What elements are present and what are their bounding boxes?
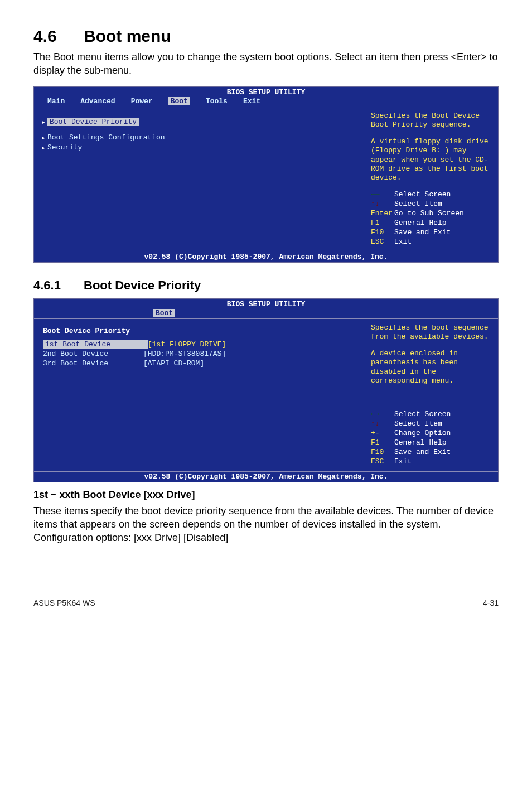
- submenu-arrow-icon: ▸: [40, 118, 47, 127]
- option-heading: 1st ~ xxth Boot Device [xxx Drive]: [33, 489, 499, 501]
- tab-boot[interactable]: Boot: [153, 309, 175, 317]
- key-symbol: F10: [371, 448, 394, 457]
- key-action: Exit: [394, 457, 412, 466]
- submenu-arrow-icon: ▸: [40, 133, 47, 142]
- bios-help-pane: Specifies the Boot Device Boot Priority …: [365, 107, 498, 252]
- bios-title: BIOS SETUP UTILITY: [34, 299, 498, 309]
- key-symbol: ESC: [371, 238, 394, 247]
- subsection-number: 4.6.1: [33, 278, 84, 293]
- menu-item-boot-device-priority[interactable]: ▸ Boot Device Priority: [40, 117, 357, 127]
- boot-device-value: [ATAPI CD-ROM]: [143, 359, 204, 368]
- option-paragraph: These items specify the boot device prio…: [33, 504, 499, 545]
- key-symbol: ←→: [371, 410, 394, 419]
- menu-item-label: Security: [47, 143, 82, 152]
- bios-setup-screen-boot-device-priority: BIOS SETUP UTILITY Boot Boot Device Prio…: [33, 298, 499, 482]
- key-symbol: ESC: [371, 457, 394, 467]
- key-symbol: F1: [371, 438, 394, 448]
- bios-help-pane: Specifies the boot sequence from the ava…: [365, 319, 498, 471]
- key-action: General Help: [394, 438, 447, 447]
- key-symbol: F1: [371, 219, 394, 228]
- footer-left: ASUS P5K64 WS: [33, 598, 95, 607]
- key-action: Select Item: [394, 200, 442, 208]
- boot-device-label: 1st Boot Device: [43, 340, 148, 349]
- key-action: Exit: [394, 238, 412, 246]
- bios-setup-screen-boot-menu: BIOS SETUP UTILITY Main Advanced Power B…: [33, 86, 499, 263]
- section-name: Boot menu: [84, 27, 171, 45]
- bios-key-legend: ←→Select Screen ↑↓Select Item +-Change O…: [371, 410, 492, 466]
- subsection-title: 4.6.1Boot Device Priority: [33, 278, 499, 293]
- menu-item-security[interactable]: ▸ Security: [40, 143, 357, 153]
- boot-device-label: 3rd Boot Device: [43, 359, 143, 368]
- section-title: 4.6Boot menu: [33, 27, 499, 46]
- help-text-primary: Specifies the Boot Device Boot Priority …: [371, 112, 492, 130]
- key-symbol: +-: [371, 429, 394, 438]
- tab-advanced[interactable]: Advanced: [80, 97, 115, 105]
- bios-key-legend: ←→Select Screen ↑↓Select Item EnterGo to…: [371, 190, 492, 247]
- bios-title: BIOS SETUP UTILITY: [34, 87, 498, 97]
- bios-left-pane: ▸ Boot Device Priority ▸ Boot Settings C…: [34, 107, 365, 252]
- boot-device-value: [HDD:PM-ST380817AS]: [143, 350, 226, 358]
- key-action: Select Screen: [394, 410, 451, 418]
- bios-copyright-footer: v02.58 (C)Copyright 1985-2007, American …: [34, 252, 498, 262]
- key-symbol: Enter: [371, 209, 394, 219]
- bios-copyright-footer: v02.58 (C)Copyright 1985-2007, American …: [34, 471, 498, 482]
- tab-main[interactable]: Main: [47, 97, 65, 105]
- bios-tab-bar: Main Advanced Power Boot Tools Exit: [34, 97, 498, 107]
- key-symbol: ↑↓: [371, 419, 394, 429]
- subsection-name: Boot Device Priority: [84, 278, 201, 292]
- boot-device-row-3[interactable]: 3rd Boot Device [ATAPI CD-ROM]: [40, 359, 357, 368]
- tab-exit[interactable]: Exit: [243, 97, 260, 105]
- tab-tools[interactable]: Tools: [206, 97, 228, 105]
- menu-item-label: Boot Device Priority: [47, 118, 139, 126]
- boot-device-label: 2nd Boot Device: [43, 350, 143, 358]
- tab-power[interactable]: Power: [131, 97, 153, 105]
- pane-heading: Boot Device Priority: [40, 325, 357, 340]
- key-action: Save and Exit: [394, 228, 451, 236]
- key-action: General Help: [394, 219, 447, 227]
- boot-device-value: [1st FLOPPY DRIVE]: [148, 340, 226, 349]
- boot-device-row-1[interactable]: 1st Boot Device [1st FLOPPY DRIVE]: [40, 340, 357, 349]
- key-symbol: F10: [371, 228, 394, 238]
- footer-right: 4-31: [483, 598, 499, 607]
- boot-device-row-2[interactable]: 2nd Boot Device [HDD:PM-ST380817AS]: [40, 349, 357, 359]
- key-action: Select Screen: [394, 190, 451, 199]
- help-text-primary: Specifies the boot sequence from the ava…: [371, 323, 492, 342]
- intro-paragraph: The Boot menu items allow you to change …: [33, 50, 499, 78]
- page-footer: ASUS P5K64 WS 4-31: [33, 595, 499, 607]
- key-symbol: ↑↓: [371, 200, 394, 209]
- tab-boot[interactable]: Boot: [168, 97, 190, 105]
- help-text-secondary: A virtual floppy disk drive (Floppy Driv…: [371, 137, 492, 182]
- key-action: Go to Sub Screen: [394, 209, 464, 218]
- menu-item-boot-settings-configuration[interactable]: ▸ Boot Settings Configuration: [40, 133, 357, 143]
- key-symbol: ←→: [371, 190, 394, 200]
- submenu-arrow-icon: ▸: [40, 143, 47, 152]
- bios-left-pane: Boot Device Priority 1st Boot Device [1s…: [34, 319, 365, 471]
- key-action: Save and Exit: [394, 448, 451, 456]
- key-action: Change Option: [394, 429, 451, 437]
- menu-item-label: Boot Settings Configuration: [47, 133, 165, 142]
- key-action: Select Item: [394, 419, 442, 428]
- section-number: 4.6: [33, 27, 84, 46]
- help-text-secondary: A device enclosed in parenthesis has bee…: [371, 349, 492, 385]
- bios-tab-bar: Boot: [34, 309, 498, 318]
